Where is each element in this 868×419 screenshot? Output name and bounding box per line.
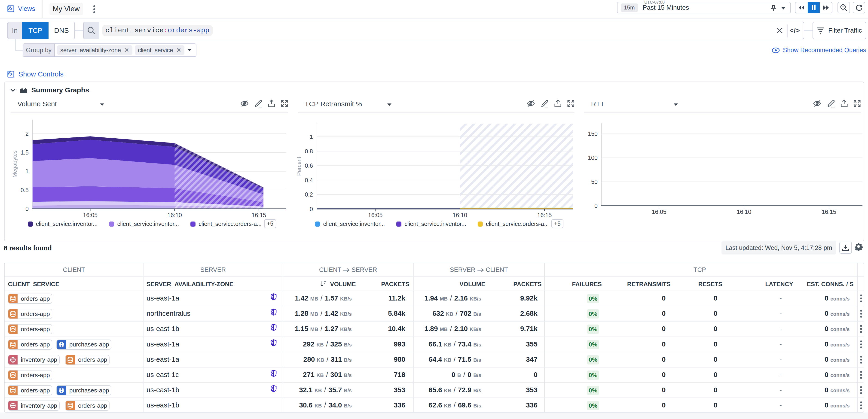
svg-text:50: 50 [591, 179, 598, 185]
svg-text:Megabytes: Megabytes [11, 150, 18, 178]
svg-text:0.8: 0.8 [305, 148, 313, 155]
svg-text:16:15: 16:15 [822, 208, 836, 215]
svg-text:16:05: 16:05 [652, 208, 666, 215]
svg-text:0.6: 0.6 [305, 162, 313, 169]
svg-text:0.4: 0.4 [305, 177, 313, 184]
svg-text:16:05: 16:05 [83, 212, 97, 218]
svg-text:0: 0 [594, 202, 598, 209]
svg-text:0.2: 0.2 [305, 191, 313, 198]
svg-text:16:15: 16:15 [252, 212, 266, 218]
svg-text:1: 1 [310, 133, 313, 140]
svg-text:16:15: 16:15 [537, 212, 552, 218]
svg-text:16:10: 16:10 [737, 208, 751, 215]
svg-text:100: 100 [588, 155, 598, 161]
svg-text:0: 0 [25, 205, 29, 212]
svg-text:16:10: 16:10 [453, 212, 467, 218]
svg-text:1: 1 [25, 168, 29, 174]
svg-text:0: 0 [310, 206, 313, 212]
svg-text:16:10: 16:10 [167, 212, 182, 218]
svg-text:2: 2 [25, 130, 29, 137]
svg-text:150: 150 [588, 130, 598, 137]
svg-text:16:05: 16:05 [368, 212, 382, 218]
svg-text:Percent: Percent [296, 157, 302, 176]
svg-text:1.5: 1.5 [21, 149, 29, 156]
svg-text:0.5: 0.5 [21, 187, 29, 193]
